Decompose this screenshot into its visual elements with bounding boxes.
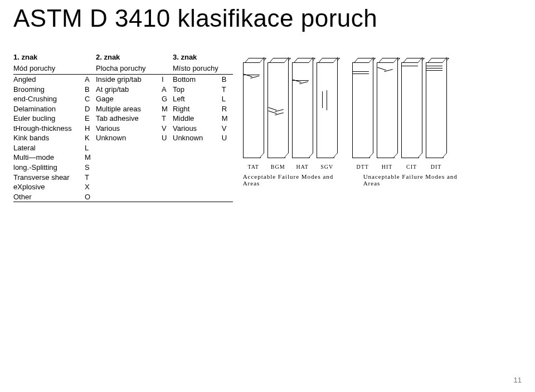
- cell-area-code: T: [162, 114, 173, 124]
- cell-area-code: G: [162, 94, 173, 104]
- cell-area-code: U: [162, 133, 173, 143]
- cell-loc: [173, 173, 222, 183]
- specimen-bar: [243, 58, 264, 158]
- table-row: tHrough-thicknessHVariousVVariousV: [13, 124, 233, 134]
- specimen-bar: [268, 58, 289, 158]
- specimen-bar: [317, 58, 338, 158]
- cell-mode-code: L: [85, 143, 96, 153]
- cell-area-code: [162, 143, 173, 153]
- specimen-bar: [292, 58, 313, 158]
- col-header-area: Plocha poruchy: [96, 63, 162, 75]
- table-row: DelaminationDMultiple areasMRightR: [13, 104, 233, 114]
- cell-loc: [173, 143, 222, 153]
- cell-loc-code: [222, 143, 233, 153]
- cell-mode: Lateral: [13, 143, 85, 153]
- bar-label: DIT: [426, 164, 447, 170]
- cell-loc: Bottom: [173, 75, 222, 85]
- cell-area: Gage: [96, 94, 162, 104]
- content-area: 1. znak 2. znak 3. znak Mód poruchy Ploc…: [0, 32, 535, 202]
- col-header-znak1: 1. znak: [13, 52, 85, 63]
- cell-mode-code: S: [85, 163, 96, 173]
- cell-mode-code: E: [85, 114, 96, 124]
- cell-mode: Brooming: [13, 85, 85, 95]
- table-row: Transverse shearT: [13, 173, 233, 183]
- failure-mode-diagram: TAT BGM HAT SGV DTT HIT CIT DIT Acceptab…: [243, 52, 525, 202]
- cell-area-code: A: [162, 85, 173, 95]
- cell-loc: Middle: [173, 114, 222, 124]
- page-number: 11: [514, 376, 522, 384]
- cell-mode: Delamination: [13, 104, 85, 114]
- specimen-bar: [401, 58, 422, 158]
- cell-mode-code: T: [85, 173, 96, 183]
- specimen-bar: [352, 58, 373, 158]
- cell-area: At grip/tab: [96, 85, 162, 95]
- bar-label: CIT: [401, 164, 422, 170]
- col-header-znak3: 3. znak: [173, 52, 222, 63]
- cell-mode-code: A: [85, 75, 96, 85]
- bar-label: HIT: [377, 164, 398, 170]
- bar-label: SGV: [317, 164, 338, 170]
- cell-area: [96, 192, 162, 202]
- caption-unacceptable: Unaceptable Failure Modes and Areas: [363, 173, 469, 187]
- cell-loc-code: U: [222, 133, 233, 143]
- cell-loc-code: [222, 163, 233, 173]
- cell-area-code: M: [162, 104, 173, 114]
- cell-area-code: [162, 182, 173, 192]
- cell-area-code: [162, 153, 173, 163]
- cell-loc-code: [222, 153, 233, 163]
- table-row: Multi—modeM: [13, 153, 233, 163]
- cell-mode-code: K: [85, 133, 96, 143]
- cell-mode: Transverse shear: [13, 173, 85, 183]
- cell-loc: Right: [173, 104, 222, 114]
- bar-label: TAT: [243, 164, 264, 170]
- specimen-bar: [426, 58, 447, 158]
- cell-area: Tab adhesive: [96, 114, 162, 124]
- table-row: Euler buclingETab adhesiveTMiddleM: [13, 114, 233, 124]
- bar-label: HAT: [292, 164, 313, 170]
- cell-area-code: [162, 163, 173, 173]
- cell-mode: Angled: [13, 75, 85, 85]
- cell-mode: eXplosive: [13, 182, 85, 192]
- table-row: LateralL: [13, 143, 233, 153]
- table-row: AngledAInside grip/tabIBottomB: [13, 75, 233, 85]
- page-title: ASTM D 3410 klasifikace poruch: [0, 0, 535, 32]
- cell-mode-code: H: [85, 124, 96, 134]
- cell-loc: Top: [173, 85, 222, 95]
- cell-loc-code: T: [222, 85, 233, 95]
- table-row: Kink bandsKUnknownUUnknownU: [13, 133, 233, 143]
- cell-area-code: I: [162, 75, 173, 85]
- cell-loc: [173, 163, 222, 173]
- cell-mode: Kink bands: [13, 133, 85, 143]
- cell-area: [96, 163, 162, 173]
- cell-loc: [173, 182, 222, 192]
- cell-area-code: V: [162, 124, 173, 134]
- cell-loc: Unknown: [173, 133, 222, 143]
- cell-loc: Various: [173, 124, 222, 134]
- caption-acceptable: Acceptable Failure Modes and Areas: [243, 173, 341, 187]
- cell-area: Unknown: [96, 133, 162, 143]
- cell-mode-code: O: [85, 192, 96, 202]
- cell-mode: Other: [13, 192, 85, 202]
- cell-area: [96, 173, 162, 183]
- col-header-mode: Mód poruchy: [13, 63, 85, 75]
- col-header-znak2: 2. znak: [96, 52, 162, 63]
- cell-mode-code: M: [85, 153, 96, 163]
- bar-label: DTT: [352, 164, 373, 170]
- cell-loc: [173, 153, 222, 163]
- cell-area: [96, 182, 162, 192]
- specimen-bar: [377, 58, 398, 158]
- cell-area: Inside grip/tab: [96, 75, 162, 85]
- cell-area: Multiple areas: [96, 104, 162, 114]
- cell-loc: [173, 192, 222, 202]
- bar-label: BGM: [268, 164, 289, 170]
- cell-loc-code: R: [222, 104, 233, 114]
- cell-area: [96, 143, 162, 153]
- cell-area: Various: [96, 124, 162, 134]
- cell-mode: Euler bucling: [13, 114, 85, 124]
- col-header-loc: Místo poruchy: [173, 63, 222, 75]
- cell-loc-code: [222, 173, 233, 183]
- cell-mode: end-Crushing: [13, 94, 85, 104]
- cell-loc-code: L: [222, 94, 233, 104]
- table-row: OtherO: [13, 192, 233, 202]
- cell-mode: long.-Splitting: [13, 163, 85, 173]
